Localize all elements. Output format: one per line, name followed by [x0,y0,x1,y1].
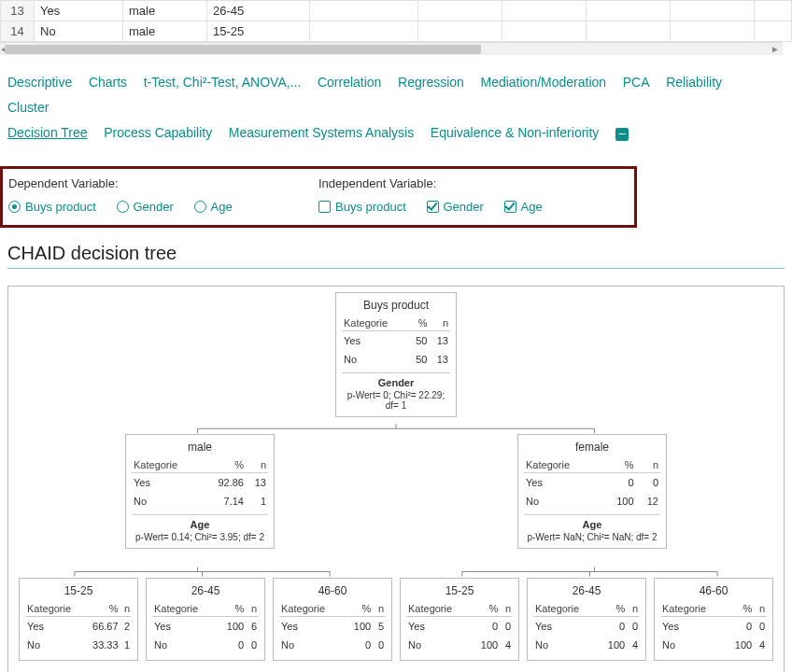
menu-mediation[interactable]: Mediation/Moderation [480,70,606,94]
dep-radio-gender[interactable]: Gender [117,200,174,214]
radio-icon [194,201,206,213]
scrollbar-thumb[interactable] [5,45,481,54]
menu-equivalence[interactable]: Equivalence & Non-inferiority [431,120,600,145]
cell-buys[interactable]: No [35,21,123,42]
dep-radio-age[interactable]: Age [194,200,233,214]
node-title: Buys product [342,297,450,315]
section-title: CHAID decision tree [0,239,792,266]
cell-empty[interactable] [502,1,587,21]
cell-empty[interactable] [587,21,671,42]
table-row[interactable]: 14 No male 15-25 [1,21,792,42]
menu-process-capability[interactable]: Process Capability [104,120,212,145]
cell-empty[interactable] [671,21,755,42]
menu-charts[interactable]: Charts [89,70,127,94]
radio-icon [117,201,129,213]
checkbox-icon [427,201,439,213]
dep-radio-buys[interactable]: Buys product [8,200,96,214]
menu-cluster[interactable]: Cluster [7,95,49,119]
cell-empty[interactable] [502,21,587,42]
menu-ttest[interactable]: t-Test, Chi²-Test, ANOVA,... [144,70,302,94]
tree-node-leaf: 46-60 Kategorie%n Yes00 No1004 [654,578,773,661]
split-variable: Gender [342,375,450,388]
horizontal-scrollbar[interactable]: ◄ ► [0,42,783,55]
cell-age[interactable]: 15-25 [207,21,310,42]
cell-empty[interactable] [310,21,418,42]
analysis-menu: Descriptive Charts t-Test, Chi²-Test, AN… [0,61,792,149]
menu-correlation[interactable]: Correlation [318,70,381,94]
menu-regression[interactable]: Regression [398,70,464,94]
cell-empty[interactable] [755,1,792,21]
menu-decision-tree[interactable]: Decision Tree [7,120,88,145]
table-row[interactable]: 13 Yes male 26-45 [1,1,792,21]
dependent-variable-label: Dependent Variable: [8,176,318,190]
menu-pca[interactable]: PCA [623,70,650,94]
data-table: 13 Yes male 26-45 14 No male 15-25 [0,0,792,42]
tree-node-male: male Kategorie%n Yes92.8613 No7.141 Age … [125,434,275,549]
tree-node-leaf: 26-45 Kategorie%n Yes00 No1004 [527,578,646,661]
menu-msa[interactable]: Measurement Systems Analysis [229,120,414,145]
indep-chk-age[interactable]: Age [504,200,543,214]
checkbox-icon [504,201,516,213]
checkbox-icon [318,201,331,213]
collapse-icon[interactable]: − [615,128,629,141]
tree-node-female: female Kategorie%n Yes00 No10012 Age p-W… [517,434,667,549]
indep-chk-buys[interactable]: Buys product [318,200,406,214]
menu-descriptive[interactable]: Descriptive [7,70,72,94]
tree-node-leaf: 15-25 Kategorie%n Yes66.672 No33.331 [19,578,138,661]
cell-empty[interactable] [755,21,792,42]
cell-empty[interactable] [310,1,418,21]
split-stats: p-Wert= 0; Chi²= 22.29; df= 1 [342,388,450,411]
tree-node-leaf: 46-60 Kategorie%n Yes1005 No00 [273,578,392,661]
cell-age[interactable]: 26-45 [207,1,310,21]
independent-variable-label: Independent Variable: [318,176,629,190]
row-number: 14 [1,21,35,42]
radio-icon [8,201,21,213]
cell-empty[interactable] [671,1,755,21]
cell-empty[interactable] [418,1,502,21]
cell-empty[interactable] [587,1,671,21]
tree-node-leaf: 26-45 Kategorie%n Yes1006 No00 [146,578,265,661]
variable-selection-panel: Dependent Variable: Buys product Gender … [0,166,637,228]
cell-gender[interactable]: male [123,1,207,21]
tree-node-root: Buys product Kategorie % n Yes5013 No501… [335,292,457,417]
decision-tree-chart: Buys product Kategorie % n Yes5013 No501… [7,286,785,672]
cell-buys[interactable]: Yes [35,1,123,21]
cell-gender[interactable]: male [123,21,207,42]
indep-chk-gender[interactable]: Gender [427,200,484,214]
scroll-right-icon[interactable]: ► [771,44,780,54]
menu-reliability[interactable]: Reliability [666,70,722,94]
section-rule [7,268,785,269]
tree-node-leaf: 15-25 Kategorie%n Yes00 No1004 [400,578,519,661]
cell-empty[interactable] [418,21,502,42]
data-grid: 13 Yes male 26-45 14 No male 15-25 [0,0,792,42]
row-number: 13 [1,1,35,21]
